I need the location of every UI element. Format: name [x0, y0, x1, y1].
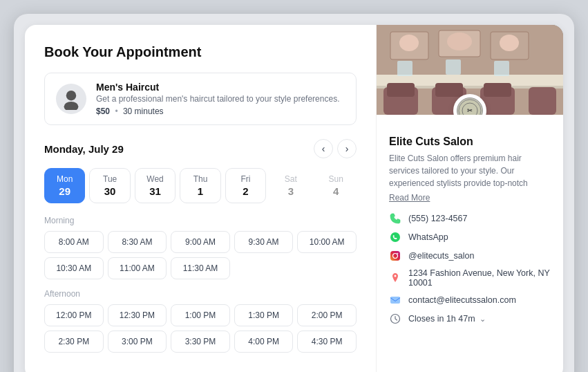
time-300pm[interactable]: 3:00 PM — [108, 331, 167, 353]
app-container: Book Your Appointment Men's Haircut Get … — [14, 14, 574, 372]
time-900am[interactable]: 9:00 AM — [171, 231, 230, 253]
svg-text:✂: ✂ — [467, 107, 473, 114]
svg-point-0 — [66, 91, 76, 100]
contact-email: contact@elitecutssalon.com — [389, 294, 551, 306]
service-avatar — [56, 84, 86, 114]
svg-rect-20 — [494, 61, 509, 76]
address-value: 1234 Fashion Avenue, New York, NY 10001 — [408, 268, 551, 288]
instagram-value: @elitecuts_salon — [408, 251, 474, 261]
prev-week-button[interactable]: ‹ — [314, 139, 333, 158]
svg-rect-18 — [397, 61, 412, 76]
time-430pm[interactable]: 4:30 PM — [297, 331, 357, 353]
service-meta: $50 • 30 minutes — [96, 106, 339, 116]
svg-point-8 — [500, 35, 519, 51]
main-card: Book Your Appointment Men's Haircut Get … — [25, 25, 563, 372]
svg-rect-19 — [446, 59, 461, 75]
salon-name: Elite Cuts Salon — [389, 136, 551, 148]
salon-image: ✂ ELITE CUTS — [377, 25, 563, 115]
contact-address: 1234 Fashion Avenue, New York, NY 10001 — [389, 268, 551, 288]
svg-point-7 — [447, 32, 472, 50]
time-330pm[interactable]: 3:30 PM — [171, 331, 230, 353]
date-nav: ‹ › — [314, 139, 357, 158]
contact-hours[interactable]: Closes in 1h 47m ⌄ — [389, 313, 551, 325]
service-name: Men's Haircut — [96, 82, 339, 93]
clock-icon — [389, 313, 401, 325]
service-description: Get a professional men's haircut tailore… — [96, 94, 339, 104]
svg-rect-17 — [484, 83, 511, 97]
contact-whatsapp: WhatsApp — [389, 231, 551, 243]
email-value: contact@elitecutssalon.com — [408, 295, 516, 305]
phone-icon — [389, 212, 401, 225]
whatsapp-icon — [389, 231, 401, 243]
contact-phone: (555) 123-4567 — [389, 212, 551, 225]
afternoon-time-grid: 12:00 PM 12:30 PM 1:00 PM 1:30 PM 2:00 P… — [44, 304, 357, 353]
next-week-button[interactable]: › — [337, 139, 357, 158]
morning-label: Morning — [44, 216, 357, 225]
day-cell-tue[interactable]: Tue 30 — [89, 168, 130, 203]
service-price: $50 — [96, 106, 110, 116]
hours-value: Closes in 1h 47m — [408, 314, 475, 324]
contact-list: (555) 123-4567 WhatsApp — [389, 212, 551, 325]
time-1130am[interactable]: 11:30 AM — [171, 257, 230, 279]
contact-instagram: @elitecuts_salon — [389, 250, 551, 262]
service-card: Men's Haircut Get a professional men's h… — [44, 73, 357, 125]
left-panel: Book Your Appointment Men's Haircut Get … — [25, 25, 377, 372]
svg-rect-14 — [529, 87, 556, 115]
email-icon — [389, 294, 401, 306]
time-1000am[interactable]: 10:00 AM — [297, 231, 357, 253]
time-800am[interactable]: 8:00 AM — [44, 231, 104, 253]
time-1200pm[interactable]: 12:00 PM — [44, 304, 104, 326]
morning-time-grid: 8:00 AM 8:30 AM 9:00 AM 9:30 AM 10:00 AM… — [44, 231, 357, 279]
salon-description: Elite Cuts Salon offers premium hair ser… — [389, 152, 551, 189]
day-cell-sat: Sat 3 — [270, 168, 311, 203]
svg-rect-16 — [435, 83, 463, 97]
service-info: Men's Haircut Get a professional men's h… — [96, 82, 339, 116]
date-header: Monday, July 29 ‹ › — [44, 139, 357, 158]
day-cell-sun: Sun 4 — [316, 168, 357, 203]
time-400pm[interactable]: 4:00 PM — [234, 331, 294, 353]
svg-rect-30 — [390, 297, 400, 304]
page-title: Book Your Appointment — [44, 44, 357, 60]
whatsapp-value: WhatsApp — [408, 232, 448, 242]
time-1030am[interactable]: 10:30 AM — [44, 257, 104, 279]
hours-chevron-icon: ⌄ — [480, 315, 486, 324]
time-230pm[interactable]: 2:30 PM — [44, 331, 104, 353]
date-label: Monday, July 29 — [44, 143, 124, 155]
afternoon-label: Afternoon — [44, 289, 357, 299]
phone-value: (555) 123-4567 — [408, 214, 467, 223]
read-more-link[interactable]: Read More — [389, 193, 430, 203]
svg-point-28 — [397, 253, 399, 254]
day-cell-thu[interactable]: Thu 1 — [180, 168, 220, 203]
svg-point-1 — [64, 102, 79, 110]
svg-point-25 — [390, 232, 400, 242]
time-130pm[interactable]: 1:30 PM — [234, 304, 294, 326]
svg-rect-26 — [390, 251, 400, 261]
svg-point-6 — [399, 35, 419, 51]
instagram-icon — [389, 250, 401, 262]
time-830am[interactable]: 8:30 AM — [108, 231, 167, 253]
day-cell-mon[interactable]: Mon 29 — [44, 168, 85, 203]
day-cell-wed[interactable]: Wed 31 — [135, 168, 176, 203]
service-duration: 30 minutes — [123, 106, 164, 116]
time-1230pm[interactable]: 12:30 PM — [108, 304, 167, 326]
location-icon — [389, 272, 401, 284]
time-1100am[interactable]: 11:00 AM — [108, 257, 167, 279]
time-100pm[interactable]: 1:00 PM — [171, 304, 230, 326]
svg-point-29 — [395, 275, 397, 277]
time-200pm[interactable]: 2:00 PM — [297, 304, 357, 326]
day-selector: Mon 29 Tue 30 Wed 31 Thu 1 Fri 2 — [44, 168, 357, 203]
day-cell-fri[interactable]: Fri 2 — [225, 168, 266, 203]
salon-info: Elite Cuts Salon Elite Cuts Salon offers… — [377, 115, 563, 372]
time-930am[interactable]: 9:30 AM — [234, 231, 294, 253]
svg-rect-15 — [387, 83, 415, 97]
right-panel: ✂ ELITE CUTS Elite Cuts Salon Elite Cuts… — [377, 25, 563, 372]
